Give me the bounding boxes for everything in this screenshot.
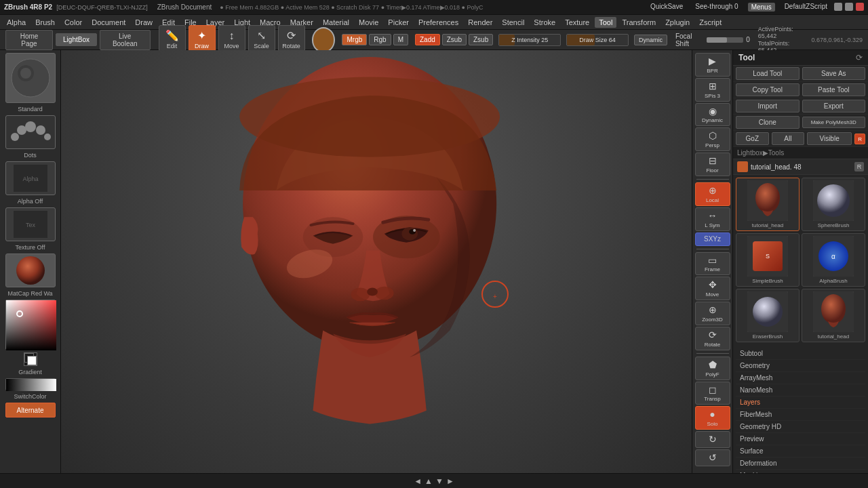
brush-tutorial-head-2[interactable]: tutorial_head bbox=[802, 289, 865, 342]
polyf-btn[interactable]: ⬟ PolyF bbox=[695, 357, 730, 380]
nav-left[interactable]: ◄ bbox=[414, 476, 422, 486]
menu-alpha[interactable]: Alpha bbox=[3, 17, 30, 28]
local-btn[interactable]: ⊕ Local bbox=[695, 182, 730, 206]
draw-size-slider[interactable]: Draw Size 64 bbox=[566, 34, 629, 46]
menu-zscript[interactable]: Zscript bbox=[695, 17, 726, 28]
persp-btn[interactable]: ⬡ Persp bbox=[695, 127, 730, 151]
nav-right[interactable]: ► bbox=[446, 476, 454, 486]
all-btn[interactable]: All bbox=[772, 132, 805, 145]
subtool-deformation[interactable]: Deformation bbox=[736, 458, 865, 470]
quick-save[interactable]: QuickSave bbox=[650, 3, 683, 12]
subtool-geometry-hd[interactable]: Geometry HD bbox=[736, 421, 865, 433]
see-through[interactable]: See-through 0 bbox=[695, 3, 738, 12]
current-tool-r[interactable]: R bbox=[854, 162, 864, 171]
menu-tool[interactable]: Tool bbox=[595, 17, 616, 28]
material-ball[interactable] bbox=[312, 27, 336, 53]
alternate-btn[interactable]: Alternate bbox=[5, 403, 56, 418]
subtool-geometry[interactable]: Geometry bbox=[736, 360, 865, 372]
default-script[interactable]: DefaultZScript bbox=[785, 3, 827, 12]
sxyz-btn[interactable]: SXYz bbox=[695, 232, 730, 246]
menu-texture[interactable]: Texture bbox=[561, 17, 593, 28]
nav-up[interactable]: ▲ bbox=[425, 476, 433, 486]
brush-simple[interactable]: S SimpleBrush bbox=[736, 233, 800, 287]
menu-preferences[interactable]: Preferences bbox=[414, 17, 462, 28]
alpha-swatch[interactable]: Alpha bbox=[5, 161, 56, 195]
m-btn[interactable]: M bbox=[393, 34, 408, 45]
bpr-btn[interactable]: ▶ BPR bbox=[695, 53, 730, 77]
subtool-preview[interactable]: Preview bbox=[736, 433, 865, 445]
subtool-fibermesh[interactable]: FiberMesh bbox=[736, 409, 865, 421]
focal-bar[interactable] bbox=[707, 37, 743, 43]
home-page-btn[interactable]: Home Page bbox=[5, 30, 53, 50]
goz-btn[interactable]: GoZ bbox=[736, 132, 769, 145]
menu-color[interactable]: Color bbox=[60, 17, 86, 28]
brush-tutorial-head-1[interactable]: tutorial_head bbox=[736, 178, 800, 231]
close-btn[interactable] bbox=[856, 3, 864, 11]
menu-stencil[interactable]: Stencil bbox=[498, 17, 528, 28]
z-intensity-slider[interactable]: Z Intensity 25 bbox=[498, 34, 561, 46]
rgb-btn[interactable]: Rgb bbox=[369, 34, 391, 45]
rotate-rt-btn[interactable]: ⟳ Rotate bbox=[695, 327, 730, 350]
lsym-btn[interactable]: ↔ L Sym bbox=[695, 207, 730, 231]
menu-brush[interactable]: Brush bbox=[31, 17, 59, 28]
transp-btn[interactable]: ◻ Transp bbox=[695, 382, 730, 405]
menu-movie[interactable]: Movie bbox=[355, 17, 382, 28]
menu-zplugin[interactable]: Zplugin bbox=[661, 17, 694, 28]
minimize-btn[interactable] bbox=[834, 3, 842, 11]
dynamic-btn[interactable]: Dynamic bbox=[634, 35, 667, 45]
menu-render[interactable]: Render bbox=[464, 17, 496, 28]
menu-transform[interactable]: Transform bbox=[618, 17, 660, 28]
lightbox-tools-label[interactable]: Lightbox▶Tools bbox=[733, 147, 868, 159]
texture-swatch[interactable]: Tex bbox=[5, 207, 56, 241]
menu-picker[interactable]: Picker bbox=[384, 17, 413, 28]
nav-down[interactable]: ▼ bbox=[435, 476, 443, 486]
export-btn[interactable]: Export bbox=[802, 100, 866, 113]
fg-color-swatch[interactable] bbox=[24, 352, 37, 366]
rot-cw-btn[interactable]: ↻ bbox=[695, 431, 730, 448]
zsub2-btn[interactable]: Zsub bbox=[469, 34, 493, 45]
subtool-subtool[interactable]: Subtool bbox=[736, 348, 865, 360]
zoom3d-btn[interactable]: ⊕ Zoom3D bbox=[695, 302, 730, 325]
subtool-arraymesh[interactable]: ArrayMesh bbox=[736, 372, 865, 384]
menu-document[interactable]: Document bbox=[87, 17, 130, 28]
brush-sphere[interactable]: SphereBrush bbox=[802, 178, 865, 231]
clone-btn[interactable]: Clone bbox=[736, 116, 800, 129]
spis-btn[interactable]: ⊞ SPis 3 bbox=[695, 78, 730, 102]
subtool-surface[interactable]: Surface bbox=[736, 445, 865, 458]
frame-btn[interactable]: ▭ Frame bbox=[695, 252, 730, 276]
subtool-layers[interactable]: Layers bbox=[736, 396, 865, 409]
lightbox-btn[interactable]: LightBox bbox=[56, 33, 97, 46]
matcap-swatch[interactable] bbox=[5, 253, 56, 287]
floor-btn[interactable]: ⊟ Floor bbox=[695, 152, 730, 176]
color-picker[interactable] bbox=[5, 300, 56, 350]
save-as-btn[interactable]: Save As bbox=[802, 67, 866, 80]
zadd-btn[interactable]: Zadd bbox=[415, 34, 440, 45]
dots-preview[interactable] bbox=[5, 115, 56, 149]
paste-tool-btn[interactable]: Paste Tool bbox=[802, 83, 866, 96]
visible-btn[interactable]: Visible bbox=[807, 132, 852, 145]
canvas-area[interactable]: + bbox=[61, 50, 692, 473]
brush-alpha[interactable]: α AlphaBrush bbox=[802, 233, 865, 287]
menus-btn[interactable]: Menus bbox=[748, 3, 775, 12]
copy-tool-btn[interactable]: Copy Tool bbox=[736, 83, 800, 96]
brush-eraser[interactable]: EraserBrush bbox=[736, 289, 800, 342]
maximize-btn[interactable] bbox=[845, 3, 853, 11]
load-tool-btn[interactable]: Load Tool bbox=[736, 67, 800, 80]
mrgb-btn[interactable]: Mrgb bbox=[342, 34, 367, 45]
subtool-masking[interactable]: Masking bbox=[736, 470, 865, 473]
menu-material[interactable]: Material bbox=[319, 17, 353, 28]
rot-ccw-btn[interactable]: ↺ bbox=[695, 449, 730, 466]
move-rt-btn[interactable]: ✥ Move bbox=[695, 277, 730, 300]
visible-r-btn[interactable]: R bbox=[854, 134, 865, 144]
dynamic-rt-btn[interactable]: ◉ Dynamic bbox=[695, 103, 730, 127]
brush-preview[interactable] bbox=[5, 53, 56, 103]
gradient-bar[interactable] bbox=[5, 378, 56, 390]
menu-draw[interactable]: Draw bbox=[131, 17, 157, 28]
subtool-nanomesh[interactable]: NanoMesh bbox=[736, 384, 865, 396]
make-poly-btn[interactable]: Make PolyMesh3D bbox=[802, 117, 866, 128]
menu-stroke[interactable]: Stroke bbox=[530, 17, 559, 28]
live-boolean-btn[interactable]: Live Boolean bbox=[100, 30, 151, 50]
import-btn[interactable]: Import bbox=[736, 100, 800, 113]
zsub-btn[interactable]: Zsub bbox=[442, 34, 467, 45]
solo-btn[interactable]: ● Solo bbox=[695, 406, 730, 430]
